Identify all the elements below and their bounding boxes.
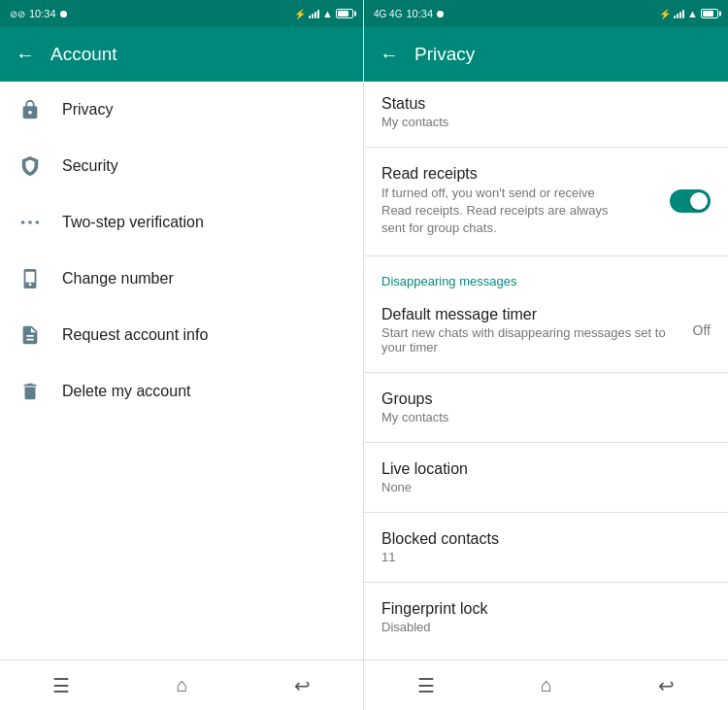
signal-bar-3 [314, 12, 316, 18]
privacy-nav-home-icon[interactable]: ⌂ [541, 674, 552, 696]
privacy-header: ← Privacy [364, 27, 728, 82]
live-location-sub: None [381, 480, 468, 494]
privacy-item-live-location[interactable]: Live location None [364, 447, 728, 508]
fingerprint-title: Fingerprint lock [381, 600, 487, 618]
divider-3 [364, 372, 728, 373]
delete-account-label: Delete my account [62, 383, 191, 400]
status-dot [60, 11, 67, 17]
request-info-icon [17, 322, 43, 348]
account-menu-list: Privacy Security Two-step verification [0, 82, 363, 659]
privacy-item-status[interactable]: Status My contacts [364, 82, 728, 143]
signal-bar-2 [677, 14, 678, 18]
privacy-back-button[interactable]: ← [380, 44, 399, 66]
menu-item-privacy[interactable]: Privacy [0, 82, 363, 138]
change-number-icon [17, 266, 43, 291]
groups-sub: My contacts [381, 410, 448, 424]
privacy-status-bar: 4G 4G 10:34 ⚡ ▲ [364, 0, 728, 27]
signal-text: ⊘⊘ [10, 9, 25, 19]
blocked-contacts-title: Blocked contacts [381, 530, 499, 548]
privacy-nav-bar: ☰ ⌂ ↩ [364, 659, 728, 710]
menu-item-security[interactable]: Security [0, 138, 363, 194]
blocked-contacts-content: Blocked contacts 11 [381, 530, 499, 564]
status-sub: My contacts [381, 115, 448, 129]
privacy-bluetooth-icon: ⚡ [659, 9, 671, 19]
privacy-battery-icon [701, 9, 718, 18]
privacy-label: Privacy [62, 101, 113, 118]
divider-2 [364, 255, 728, 256]
signal-bars [309, 9, 319, 18]
svg-point-2 [36, 220, 40, 224]
timer-content: Default message timer Start new chats wi… [381, 306, 693, 355]
change-number-label: Change number [62, 270, 174, 287]
svg-point-1 [28, 220, 32, 224]
privacy-title: Privacy [414, 44, 475, 65]
menu-item-two-step[interactable]: Two-step verification [0, 194, 363, 251]
privacy-nav-back-icon[interactable]: ↩ [658, 674, 675, 697]
status-bar-right: ⚡ ▲ [294, 8, 353, 19]
blocked-contacts-sub: 11 [381, 550, 499, 564]
menu-item-delete-account[interactable]: Delete my account [0, 363, 363, 420]
account-nav-home-icon[interactable]: ⌂ [176, 674, 187, 696]
signal-bar-4 [682, 10, 684, 18]
menu-item-change-number[interactable]: Change number [0, 251, 363, 307]
fingerprint-sub: Disabled [381, 620, 487, 634]
status-time: 10:34 [29, 8, 56, 19]
status-content: Status My contacts [381, 95, 448, 129]
privacy-status-right: ⚡ ▲ [659, 8, 718, 19]
privacy-item-read-receipts[interactable]: Read receipts If turned off, you won't s… [364, 152, 728, 252]
account-nav-back-icon[interactable]: ↩ [294, 674, 311, 697]
account-nav-bar: ☰ ⌂ ↩ [0, 659, 363, 710]
status-title: Status [381, 95, 448, 113]
privacy-nav-menu-icon[interactable]: ☰ [417, 674, 435, 697]
privacy-item-groups[interactable]: Groups My contacts [364, 377, 728, 438]
timer-sub: Start new chats with disappearing messag… [381, 325, 693, 355]
section-disappearing: Disappearing messages [364, 260, 728, 292]
privacy-signal-bars [674, 9, 684, 18]
battery-fill [338, 11, 348, 17]
privacy-item-fingerprint-lock[interactable]: Fingerprint lock Disabled [364, 587, 728, 648]
security-label: Security [62, 157, 118, 175]
request-info-label: Request account info [62, 326, 208, 344]
privacy-status-dot [437, 11, 444, 17]
groups-title: Groups [381, 390, 448, 408]
read-receipts-title: Read receipts [381, 165, 614, 183]
divider-1 [364, 147, 728, 148]
two-step-icon [17, 210, 43, 235]
divider-5 [364, 512, 728, 513]
read-receipts-sub: If turned off, you won't send or receive… [381, 185, 614, 238]
menu-item-request-info[interactable]: Request account info [0, 307, 363, 363]
account-back-button[interactable]: ← [16, 44, 35, 66]
signal-bar-2 [312, 14, 314, 18]
svg-point-0 [21, 220, 25, 224]
privacy-list: Status My contacts Read receipts If turn… [364, 82, 728, 659]
account-header: ← Account [0, 27, 363, 82]
groups-content: Groups My contacts [381, 390, 448, 424]
security-icon [17, 153, 43, 179]
account-panel: ⊘⊘ 10:34 ⚡ ▲ ← Account [0, 0, 364, 710]
privacy-item-default-timer[interactable]: Default message timer Start new chats wi… [364, 292, 728, 368]
timer-title: Default message timer [381, 306, 693, 323]
signal-bar-1 [309, 16, 311, 18]
bluetooth-icon: ⚡ [294, 9, 306, 19]
signal-bar-4 [317, 10, 319, 18]
battery-icon [336, 9, 353, 18]
privacy-battery-fill [703, 11, 713, 17]
live-location-title: Live location [381, 460, 468, 478]
wifi-icon: ▲ [322, 8, 333, 19]
signal-bar-3 [679, 12, 681, 18]
live-location-content: Live location None [381, 460, 468, 494]
account-nav-menu-icon[interactable]: ☰ [52, 674, 70, 697]
privacy-status-time: 10:34 [406, 8, 433, 19]
privacy-item-blocked-contacts[interactable]: Blocked contacts 11 [364, 517, 728, 578]
privacy-wifi-icon: ▲ [687, 8, 698, 19]
read-receipts-toggle[interactable] [670, 189, 711, 213]
privacy-panel: 4G 4G 10:34 ⚡ ▲ ← Privacy Status [364, 0, 728, 710]
divider-4 [364, 442, 728, 443]
privacy-signal-text: 4G 4G [374, 9, 402, 19]
timer-value: Off [693, 322, 711, 338]
divider-6 [364, 582, 728, 583]
account-status-bar: ⊘⊘ 10:34 ⚡ ▲ [0, 0, 363, 27]
two-step-label: Two-step verification [62, 214, 204, 231]
read-receipts-content: Read receipts If turned off, you won't s… [381, 165, 614, 238]
privacy-status-left: 4G 4G 10:34 [374, 8, 444, 19]
